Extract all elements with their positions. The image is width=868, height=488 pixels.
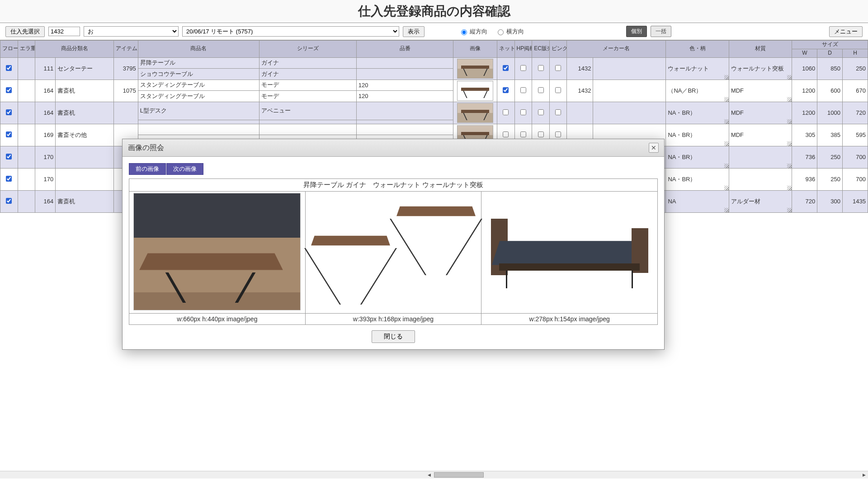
maker-code: 1432	[567, 57, 593, 80]
table-row: 164書斎机1075スタンディングテーブルモーデ1201432（NA／BR）MD…	[0, 80, 868, 91]
material-cell[interactable]	[729, 168, 792, 190]
session-select[interactable]: 20/06/17 リモート (5757)	[182, 26, 399, 37]
scroll-right-arrow-icon[interactable]: ▶	[860, 471, 868, 479]
net-checkbox[interactable]	[503, 65, 509, 71]
image-cell-1[interactable]	[129, 192, 306, 314]
next-image-button[interactable]: 次の画像	[166, 163, 203, 175]
net-cell	[497, 57, 514, 80]
color-cell[interactable]: ウォールナット	[666, 57, 729, 80]
material-cell[interactable]	[729, 146, 792, 168]
hp-checkbox[interactable]	[520, 131, 526, 137]
direction-vertical-radio[interactable]: 縦方向	[459, 28, 487, 36]
image-caption: 昇降テーブル ガイナ ウォールナット ウォールナット突板	[129, 179, 658, 192]
dup-cell	[18, 124, 35, 146]
model-2: 120	[356, 91, 453, 102]
dialog-titlebar[interactable]: 画像の照会 ✕	[123, 139, 664, 157]
disc-checkbox[interactable]	[555, 131, 561, 137]
hp-checkbox[interactable]	[520, 87, 526, 93]
scroll-left-arrow-icon[interactable]: ◀	[425, 471, 433, 479]
size-d: 250	[817, 146, 843, 168]
supplier-select-button[interactable]: 仕入先選択	[5, 26, 45, 37]
show-button[interactable]: 表示	[403, 26, 425, 37]
size-d: 250	[817, 168, 843, 190]
dialog-close-button[interactable]: ✕	[649, 143, 659, 153]
cat-code: 170	[35, 146, 56, 168]
product-name-2: スタンディングテーブル	[138, 91, 259, 102]
flow-checkbox[interactable]	[6, 131, 12, 137]
image-cell-2[interactable]	[305, 192, 481, 314]
prev-image-button[interactable]: 前の画像	[129, 163, 166, 175]
net-cell	[497, 80, 514, 102]
menu-button[interactable]: メニュー	[829, 26, 863, 37]
ec-cell	[532, 102, 550, 124]
flow-checkbox[interactable]	[6, 176, 12, 182]
material-cell[interactable]: ウォールナット突板	[729, 57, 792, 80]
hp-checkbox[interactable]	[520, 109, 526, 115]
scroll-thumb[interactable]	[434, 472, 484, 478]
product-name-1	[138, 124, 259, 135]
series-1: モーデ	[259, 80, 357, 91]
flow-checkbox[interactable]	[6, 109, 12, 115]
col-category: 商品分類名	[35, 41, 114, 58]
flow-checkbox[interactable]	[6, 154, 12, 160]
size-w: 1060	[792, 57, 817, 80]
material-cell[interactable]: アルダー材	[729, 190, 792, 212]
ec-checkbox[interactable]	[538, 65, 544, 71]
flow-checkbox[interactable]	[6, 87, 12, 93]
net-checkbox[interactable]	[503, 131, 509, 137]
color-cell[interactable]: NA・BR）	[666, 124, 729, 146]
product-image-1	[133, 193, 301, 310]
size-w: 1200	[792, 80, 817, 102]
image-thumbnail-cell[interactable]	[453, 102, 497, 124]
color-cell[interactable]: NA	[666, 190, 729, 212]
col-size-d: D	[817, 49, 843, 57]
image-cell-3[interactable]	[481, 192, 658, 314]
col-ec: EC販売	[532, 41, 550, 58]
flow-checkbox-cell	[0, 168, 18, 190]
ec-checkbox[interactable]	[538, 87, 544, 93]
ec-cell	[532, 57, 550, 80]
col-net: ネット掲載	[497, 41, 514, 58]
image-thumbnail-cell[interactable]	[453, 57, 497, 80]
mode-batch-button[interactable]: 一括	[651, 26, 671, 37]
horizontal-scrollbar[interactable]: ◀ ▶	[0, 471, 868, 479]
material-cell[interactable]: MDF	[729, 102, 792, 124]
disc-checkbox[interactable]	[555, 109, 561, 115]
ec-cell	[532, 80, 550, 102]
supplier-name-select[interactable]: お	[84, 26, 179, 37]
material-cell[interactable]: MDF	[729, 124, 792, 146]
ec-checkbox[interactable]	[538, 109, 544, 115]
image-thumbnail-cell[interactable]	[453, 80, 497, 102]
flow-checkbox-cell	[0, 102, 18, 124]
col-material: 材質	[729, 41, 792, 58]
image-meta-2: w:393px h:168px image/jpeg	[305, 314, 481, 325]
series-2	[259, 120, 357, 124]
product-name-2: ショウコウテーブル	[138, 69, 259, 80]
color-cell[interactable]: NA・BR）	[666, 168, 729, 190]
dialog-close-footer-button[interactable]: 閉じる	[372, 330, 415, 343]
supplier-code-input[interactable]	[48, 27, 80, 36]
size-h: 595	[843, 124, 868, 146]
col-item: アイテム	[114, 41, 138, 58]
flow-checkbox[interactable]	[6, 65, 12, 71]
cat-code: 111	[35, 57, 56, 80]
direction-horizontal-radio[interactable]: 横方向	[495, 28, 524, 36]
cat-code: 164	[35, 102, 56, 124]
color-cell[interactable]: NA・BR）	[666, 146, 729, 168]
hp-checkbox[interactable]	[520, 65, 526, 71]
table-row: 169書斎その他NA・BR）MDF305385595	[0, 124, 868, 135]
net-checkbox[interactable]	[503, 109, 509, 115]
color-cell[interactable]: NA・BR）	[666, 102, 729, 124]
disc-checkbox[interactable]	[555, 65, 561, 71]
dup-cell	[18, 102, 35, 124]
color-cell[interactable]: （NA／BR）	[666, 80, 729, 102]
mode-individual-button[interactable]: 個別	[626, 26, 647, 37]
ec-checkbox[interactable]	[538, 131, 544, 137]
direction-radio-group: 縦方向 横方向	[459, 28, 524, 36]
flow-checkbox[interactable]	[6, 198, 12, 204]
cat-name: 書斎机	[56, 190, 114, 212]
close-icon: ✕	[651, 144, 656, 151]
material-cell[interactable]: MDF	[729, 80, 792, 102]
disc-checkbox[interactable]	[555, 87, 561, 93]
net-checkbox[interactable]	[503, 87, 509, 93]
